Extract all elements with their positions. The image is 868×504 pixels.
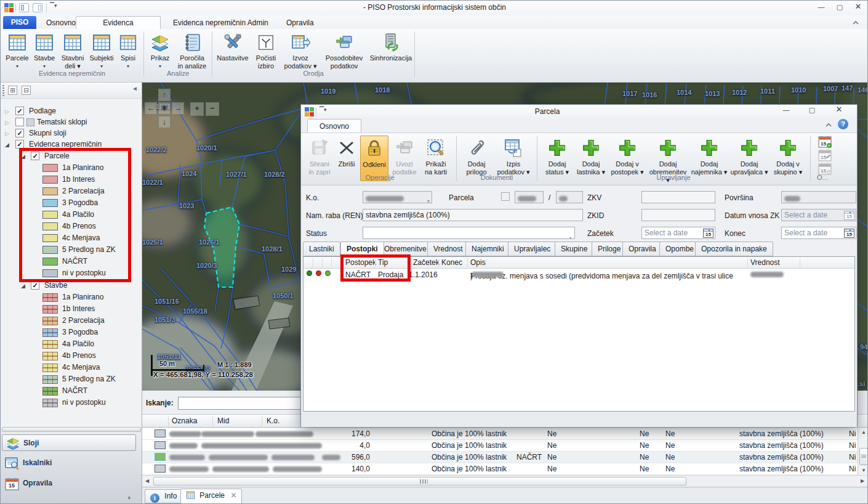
scroll-down-icon[interactable]: ▼ [859, 466, 868, 475]
odstrani-opravilo-button[interactable]: 15 [817, 163, 833, 175]
tab-opravila[interactable]: Opravila [622, 242, 662, 256]
checkbox[interactable]: ✓ [15, 107, 24, 115]
zacetek-datepicker[interactable]: Select a date 15 [641, 227, 715, 239]
tab-evidenca-admin[interactable]: Evidenca nepremičnin Admin [166, 17, 276, 29]
zkid-field[interactable] [641, 209, 715, 221]
legend-swatch [42, 211, 58, 219]
dialog-minimize-button[interactable]: — [778, 104, 794, 116]
expander-icon[interactable]: ◢ [21, 281, 25, 291]
group-label-orodja: Orodja [212, 70, 414, 77]
tab-upravljalec[interactable]: Upravljalec [508, 242, 557, 256]
dialog-tab-osnovno[interactable]: Osnovno [307, 119, 361, 133]
dodaj-opravilo-button[interactable]: 15+ [817, 136, 833, 148]
parcela-checkbox[interactable] [501, 192, 510, 201]
svg-text:15: 15 [9, 482, 15, 489]
compass-center-icon[interactable]: ✳ [158, 102, 171, 115]
drag-grip-icon[interactable] [2, 85, 4, 96]
expander-icon[interactable]: ▷ [5, 107, 9, 116]
tab-opombe[interactable]: Opombe [659, 242, 700, 256]
tab-obremenitve[interactable]: Obremenitve [378, 242, 433, 256]
datum-vnosa-datepicker[interactable]: Select a date 15 [781, 209, 856, 221]
piso-menu-button[interactable]: PISO [3, 16, 36, 29]
calendar-icon[interactable]: 15 [844, 229, 854, 238]
zoom-in-button[interactable]: + [190, 102, 204, 116]
tab-opozorila[interactable]: Opozorila in napake [695, 242, 773, 256]
dialog-close-button[interactable]: ✕ [831, 104, 847, 116]
tab-info[interactable]: i Info [145, 489, 182, 503]
checkbox[interactable]: ✓ [31, 152, 39, 160]
collapse-panel-icon[interactable]: ◄ [132, 85, 138, 92]
uredi-opravilo-button[interactable]: 15 [817, 149, 833, 161]
close-button[interactable]: ✕ [850, 1, 866, 13]
tab-evidenca-nepremicnin[interactable]: Evidenca nepremičnin [76, 16, 161, 29]
postopek-row[interactable]: NAČRT Prodaja 1.1.2016 Prodaja oz. menja… [303, 269, 854, 281]
calendar-icon[interactable]: 15 [703, 229, 713, 238]
expander-icon[interactable]: ▷ [5, 129, 9, 139]
zoom-out-button[interactable]: − [206, 102, 219, 116]
vertical-scrollbar[interactable]: ▲ ▼ [858, 428, 868, 475]
table-row[interactable]: 596,0 Občina je 100% lastnik NAČRT Ne Ne… [142, 452, 858, 463]
col-ko[interactable]: K.o. [267, 417, 279, 425]
table-row[interactable]: 140,0 Občina je 100% lastnik Ne Ne Ne st… [142, 463, 858, 475]
collapse-ribbon-icon[interactable] [825, 121, 832, 129]
expander-icon[interactable]: ◢ [5, 140, 9, 150]
parcela-st-field[interactable] [515, 191, 544, 203]
pan-right-button[interactable]: → [172, 102, 184, 115]
col-tip[interactable]: Tip [378, 258, 388, 267]
tab-vrednost[interactable]: Vrednost [427, 242, 469, 256]
col-konec[interactable]: Konec [441, 258, 462, 267]
status-dropdown[interactable]: ⌄ [363, 227, 575, 239]
minimize-button[interactable]: — [813, 1, 829, 13]
nam-raba-field[interactable]: stavbna zemljišča (100%) [363, 209, 583, 221]
panel-iskalniki[interactable]: Iskalniki [2, 455, 136, 471]
scroll-right-icon[interactable]: ▶ [858, 477, 867, 486]
expand-all-icon[interactable]: ⊞ [8, 86, 17, 95]
col-opis[interactable]: Opis [470, 258, 486, 267]
col-mid[interactable]: Mid [217, 417, 229, 425]
ko-combobox[interactable]: ▾ [363, 191, 432, 203]
col-vrednost[interactable]: Vrednost [750, 258, 780, 267]
panel-resize-handle[interactable] [2, 427, 141, 432]
panel-sloji[interactable]: Sloji [2, 434, 136, 451]
scrollbar-thumb[interactable] [859, 448, 868, 465]
expander-icon[interactable]: ▷ [5, 118, 9, 128]
close-tab-icon[interactable]: ✕ [230, 491, 236, 500]
povrsina-field[interactable] [781, 191, 856, 203]
tab-priloge[interactable]: Priloge [592, 242, 627, 256]
checkbox[interactable]: ✓ [15, 140, 24, 148]
panel-overflow-icon[interactable]: ▾ [127, 495, 131, 501]
collapse-all-icon[interactable]: ⊟ [22, 86, 31, 95]
col-oznaka[interactable]: Oznaka [172, 417, 197, 425]
horizontal-scrollbar[interactable]: ◀ ▶ [142, 475, 868, 487]
pan-left-button[interactable]: ← [145, 102, 157, 115]
scroll-up-icon[interactable]: ▲ [859, 428, 868, 437]
paperclip-icon [461, 136, 492, 160]
zkv-field[interactable] [641, 191, 715, 203]
konec-datepicker[interactable]: Select a date 15 [781, 227, 856, 239]
checkbox[interactable] [15, 118, 24, 126]
tab-najemniki[interactable]: Najemniki [465, 242, 510, 256]
tab-lastniki[interactable]: Lastniki [303, 242, 340, 256]
pan-down-button[interactable]: ↓ [158, 116, 171, 128]
tab-opravila[interactable]: Opravila [279, 17, 321, 29]
table-row[interactable]: 4,0 Občina je 100% lastnik Ne Ne Ne stav… [142, 440, 858, 452]
help-icon[interactable]: ? [838, 119, 848, 129]
tab-parcele[interactable]: Parcele ✕ [180, 489, 242, 504]
col-postopek[interactable]: Postopek [345, 258, 376, 267]
parcela-podst-field[interactable] [556, 191, 583, 203]
checkbox[interactable]: ✓ [31, 281, 39, 290]
collapse-ribbon-icon[interactable] [853, 18, 859, 27]
table-row[interactable]: 174,0 Občina je 100% lastnik Ne Ne Ne st… [142, 428, 858, 440]
panel-opravila[interactable]: 15 Opravila [2, 475, 136, 492]
tab-skupine[interactable]: Skupine [555, 242, 593, 256]
dialog-maximize-button[interactable]: ▢ [804, 104, 820, 116]
col-zacetek[interactable]: Začetek [413, 258, 440, 267]
scrollbar-thumb[interactable] [153, 477, 686, 486]
tab-postopki[interactable]: Postopki [340, 242, 384, 257]
expander-icon[interactable]: ◢ [21, 152, 25, 161]
pan-up-button[interactable]: ↑ [158, 89, 171, 101]
maximize-button[interactable]: ▢ [832, 1, 848, 13]
parcel-label: 1012 [732, 89, 747, 96]
scroll-left-icon[interactable]: ◀ [142, 477, 152, 486]
checkbox[interactable]: ✓ [15, 129, 24, 137]
